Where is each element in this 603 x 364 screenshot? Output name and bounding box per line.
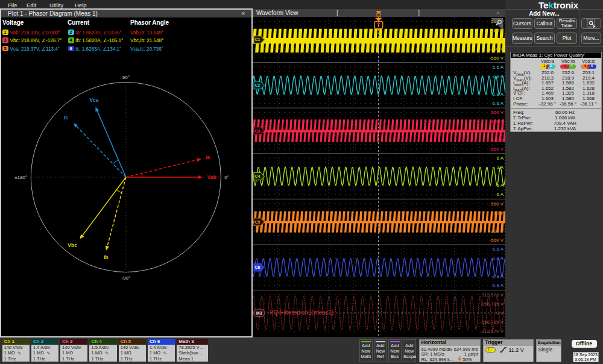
svg-text:Vab: Vab (207, 174, 216, 180)
svg-text:3 A: 3 A (496, 165, 504, 170)
svg-text:-560 V: -560 V (489, 55, 504, 61)
svg-text:-5.6 A: -5.6 A (491, 283, 504, 288)
svg-text:5.6 A: 5.6 A (493, 64, 504, 70)
svg-text:560 V: 560 V (491, 201, 504, 207)
svg-text:2.8 A: 2.8 A (493, 74, 504, 79)
svg-text:-280 V: -280 V (489, 137, 504, 143)
svg-text:-156.785 V: -156.785 V (480, 319, 504, 325)
svg-text:0°: 0° (224, 175, 229, 180)
svg-text:-560 V: -560 V (489, 146, 504, 152)
svg-text:PQ:Filtered ch1(meas1): PQ:Filtered ch1(meas1) (270, 309, 333, 316)
svg-text:-2.8 A: -2.8 A (491, 92, 504, 97)
svg-text:C2: C2 (255, 83, 260, 87)
svg-text:-6 A: -6 A (495, 192, 504, 197)
svg-text:C5: C5 (255, 220, 260, 224)
svg-text:C4: C4 (255, 174, 260, 178)
svg-text:560 V: 560 V (491, 110, 504, 115)
svg-text:-313.570 V: -313.570 V (480, 328, 504, 334)
svg-text:C6: C6 (255, 265, 260, 269)
svg-text:±180°: ±180° (14, 175, 27, 180)
svg-text:90°: 90° (122, 75, 130, 80)
svg-text:-280 V: -280 V (489, 46, 504, 52)
svg-text:Ic: Ic (64, 115, 68, 121)
svg-text:M3: M3 (256, 311, 262, 315)
svg-text:6 A: 6 A (496, 155, 504, 161)
svg-text:C3: C3 (255, 129, 260, 133)
svg-text:-280 V: -280 V (489, 228, 504, 234)
svg-text:313.570 V: 313.570 V (482, 292, 504, 298)
svg-text:T: T (377, 22, 380, 28)
svg-text:0 V: 0 V (496, 310, 504, 316)
svg-text:-3 A: -3 A (495, 183, 504, 188)
svg-text:Vbc: Vbc (68, 242, 77, 248)
svg-text:C1: C1 (255, 37, 260, 42)
svg-text:Ib: Ib (104, 254, 109, 260)
svg-text:5.6 A: 5.6 A (493, 246, 504, 252)
svg-text:2.8 A: 2.8 A (493, 256, 504, 261)
svg-text:Ia: Ia (206, 154, 210, 160)
svg-text:-90°: -90° (121, 275, 130, 281)
svg-text:Vca: Vca (89, 97, 98, 103)
svg-text:280 V: 280 V (491, 210, 504, 216)
svg-text:156.785 V: 156.785 V (482, 301, 504, 307)
svg-text:-560 V: -560 V (489, 237, 504, 243)
svg-text:-2.8 A: -2.8 A (491, 274, 504, 279)
svg-text:-5.6 A: -5.6 A (491, 101, 504, 106)
svg-text:280 V: 280 V (491, 119, 504, 124)
